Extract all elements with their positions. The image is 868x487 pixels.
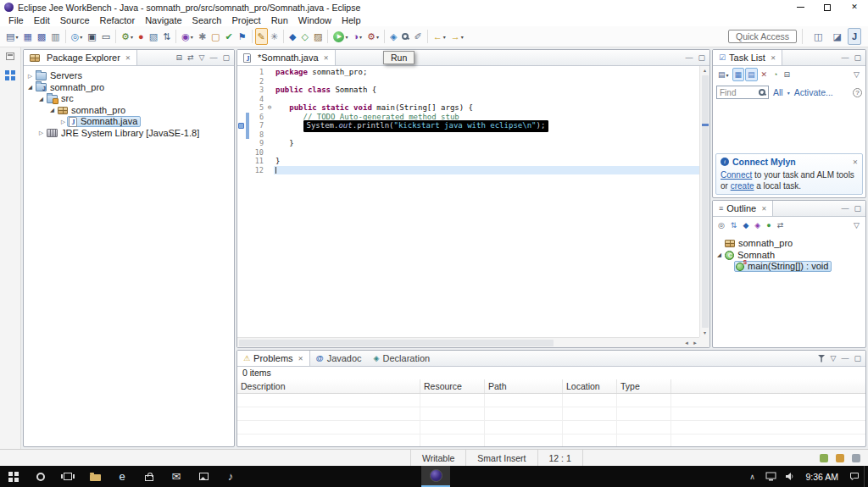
publish-button[interactable]: ⇅ [160,28,173,45]
annotate-button[interactable]: ✐ [411,28,424,45]
terminal-button[interactable]: ▭ [99,28,113,45]
column-header-path[interactable]: Path [485,379,563,393]
close-view-icon[interactable]: ✕ [771,54,776,62]
tab-declaration[interactable]: ◈ Declaration [368,351,437,366]
save-all-button[interactable]: ▩ [35,28,48,45]
link-with-editor-button[interactable]: ⇄ [775,219,787,232]
sort-button[interactable]: ⇅ [728,219,740,232]
minimize-view-icon[interactable]: — [841,54,849,62]
debug-button[interactable]: ⚙▾ [119,28,136,45]
outline-item-package-somnath-pro[interactable]: somnath_pro [713,238,865,250]
menu-refactor[interactable]: Refactor [95,14,141,26]
build-all-button[interactable]: ✱ [196,28,209,45]
junit-button[interactable]: ◇ [299,28,311,45]
code-line-10[interactable]: 10 [237,148,699,158]
focus-button[interactable]: ◎ [715,219,727,232]
tree-item-java-file-somnath-java[interactable]: ▷Somnath.java [24,116,234,128]
scope-dropdown-icon[interactable]: ▾ [787,90,790,96]
menu-search[interactable]: Search [187,14,227,26]
tree-item-library-jre-system-library-javase-1-8[interactable]: ▷JRE System Library [JavaSE-1.8] [24,128,234,140]
dismiss-mylyn-icon[interactable]: ✕ [853,158,858,166]
new-servlet-button[interactable]: ◎▾ [69,28,86,45]
annotation-ruler[interactable] [237,86,246,95]
code-line-12[interactable]: 12 [237,166,699,175]
menu-source[interactable]: Source [55,14,95,26]
maximize-button[interactable] [814,0,841,14]
display-tray-icon[interactable] [761,466,780,487]
editor-horizontal-scrollbar[interactable]: ◂ ▸ [237,337,699,347]
menu-file[interactable]: File [3,14,29,26]
menu-run[interactable]: Run [266,14,293,26]
minimize-button[interactable] [787,0,814,14]
editor-vertical-scrollbar[interactable]: ▴ ▾ [699,66,709,337]
code-line-5[interactable]: 5⊖ public static void main(String[] args… [237,103,699,113]
save-button[interactable]: ▦ [20,28,34,45]
coverage-button[interactable]: ◑▾ [350,28,364,45]
complete-task-button[interactable]: ◔ [771,68,780,81]
maximize-view-icon[interactable]: ▢ [854,205,861,213]
menu-help[interactable]: Help [337,14,366,26]
find-scope-all-link[interactable]: All [773,87,783,97]
scroll-up-icon[interactable]: ▴ [704,66,706,75]
view-menu-icon[interactable]: ▽ [199,54,205,62]
code-line-2[interactable]: 2 [237,77,699,86]
annotation-ruler[interactable] [237,157,246,166]
forward-button[interactable]: →▾ [448,28,466,45]
groove-music-button[interactable]: ♪ [217,466,244,487]
jar-export-button[interactable]: ▨ [311,28,325,45]
fold-marker-icon[interactable]: ⊖ [265,103,274,113]
annotation-ruler[interactable] [237,166,246,175]
view-menu-icon[interactable]: ▽ [831,355,837,362]
outline-item-method-static-main-string-void[interactable]: main(String[]) : void [713,261,865,273]
find-input[interactable] [720,88,757,97]
volume-icon[interactable] [780,466,798,487]
bookmark-button[interactable]: ⚑ [236,28,249,45]
horizontal-scroll-thumb[interactable] [239,340,554,346]
file-explorer-button[interactable] [81,466,108,487]
edge-button[interactable]: e [108,466,136,487]
expander-icon[interactable]: ◢ [715,252,723,258]
annotation-ruler[interactable] [237,139,246,148]
tree-item-project-somnath-pro[interactable]: ◢somnath_pro [24,82,234,94]
minimize-editor-icon[interactable]: — [685,54,693,62]
annotation-ruler[interactable] [237,77,246,86]
annotation-ruler[interactable] [237,113,246,122]
console-button[interactable]: ▣ [85,28,98,45]
create-link[interactable]: create [731,181,754,191]
editor-body[interactable]: 1package somnath_pro;23public class Somn… [237,66,709,347]
column-header-description[interactable]: Description [237,379,420,393]
outline-tab[interactable]: ≡ Outline ✕ [713,201,773,216]
mail-button[interactable]: ✉ [163,466,190,487]
scroll-left-icon[interactable]: ◂ [682,340,691,346]
terminate-button[interactable]: ● [136,28,147,45]
code-line-11[interactable]: 11} [237,157,699,166]
column-header-type[interactable]: Type [617,379,671,393]
photos-button[interactable] [190,466,217,487]
code-line-1[interactable]: 1package somnath_pro; [237,68,699,77]
collapse-all-icon[interactable]: ⊟ [175,54,182,62]
xml-tools-button[interactable]: ▢ [209,28,222,45]
activate-link[interactable]: Activate... [794,87,833,97]
java-perspective-button[interactable]: J [848,28,861,45]
menu-project[interactable]: Project [226,14,265,26]
hide-static-button[interactable]: ◈ [752,219,763,232]
scroll-right-icon[interactable]: ▸ [691,340,699,346]
store-button[interactable] [136,466,163,487]
validate-button[interactable]: ✔ [223,28,236,45]
expander-icon[interactable]: ▷ [37,130,45,136]
expander-icon[interactable]: ▷ [26,74,34,80]
menu-navigate[interactable]: Navigate [140,14,186,26]
java-application-button[interactable]: ◆ [287,28,298,45]
tree-item-src-folder-src[interactable]: ◢src [24,93,234,105]
maximize-view-icon[interactable]: ▢ [222,54,230,62]
show-annotations-button[interactable]: ✳ [268,28,281,45]
expander-icon[interactable]: ▷ [59,119,67,125]
task-list-tab[interactable]: ☑ Task List ✕ [713,50,782,65]
tree-item-servers-servers[interactable]: ▷Servers [24,70,234,82]
search-button[interactable] [399,28,411,45]
restore-views-icon[interactable] [6,53,14,60]
help-icon[interactable]: ? [853,88,862,97]
categorized-button[interactable]: ▦ [732,68,745,81]
search-button[interactable] [27,466,54,487]
column-header-location[interactable]: Location [563,379,617,393]
